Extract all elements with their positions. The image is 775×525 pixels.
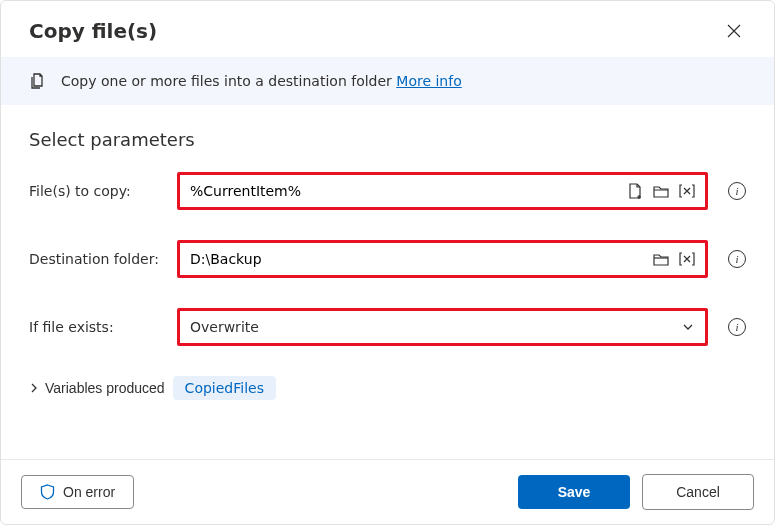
info-text-content: Copy one or more files into a destinatio… bbox=[61, 73, 396, 89]
save-button[interactable]: Save bbox=[518, 475, 630, 509]
on-error-label: On error bbox=[63, 484, 115, 500]
variable-icon[interactable] bbox=[677, 249, 697, 269]
ifexists-value: Overwrite bbox=[190, 319, 259, 335]
ifexists-label: If file exists: bbox=[29, 319, 169, 335]
files-info-icon[interactable]: i bbox=[728, 182, 746, 200]
variable-icon[interactable] bbox=[677, 181, 697, 201]
dialog-title: Copy file(s) bbox=[29, 19, 157, 43]
files-field bbox=[177, 172, 708, 210]
cancel-button[interactable]: Cancel bbox=[642, 474, 754, 510]
files-label: File(s) to copy: bbox=[29, 183, 169, 199]
dest-field-icons bbox=[651, 249, 705, 269]
dialog-header: Copy file(s) bbox=[1, 1, 774, 57]
close-icon bbox=[727, 24, 741, 38]
variable-badge[interactable]: CopiedFiles bbox=[173, 376, 276, 400]
shield-icon bbox=[40, 484, 55, 500]
files-input[interactable] bbox=[180, 175, 625, 207]
folder-picker-icon[interactable] bbox=[651, 249, 671, 269]
ifexists-select[interactable]: Overwrite bbox=[177, 308, 708, 346]
dest-field bbox=[177, 240, 708, 278]
chevron-down-icon bbox=[681, 320, 695, 334]
copy-files-icon bbox=[29, 71, 49, 91]
info-strip: Copy one or more files into a destinatio… bbox=[1, 57, 774, 105]
dest-label: Destination folder: bbox=[29, 251, 169, 267]
folder-picker-icon[interactable] bbox=[651, 181, 671, 201]
param-row-ifexists: If file exists: Overwrite i bbox=[29, 308, 746, 346]
on-error-button[interactable]: On error bbox=[21, 475, 134, 509]
ifexists-info-icon[interactable]: i bbox=[728, 318, 746, 336]
dialog-body: Select parameters File(s) to copy: bbox=[1, 105, 774, 459]
copy-files-dialog: Copy file(s) Copy one or more files into… bbox=[0, 0, 775, 525]
info-text: Copy one or more files into a destinatio… bbox=[61, 73, 462, 89]
section-title: Select parameters bbox=[29, 129, 746, 150]
close-button[interactable] bbox=[718, 15, 750, 47]
param-row-dest: Destination folder: i bbox=[29, 240, 746, 278]
param-row-files: File(s) to copy: i bbox=[29, 172, 746, 210]
file-picker-icon[interactable] bbox=[625, 181, 645, 201]
variables-produced-label: Variables produced bbox=[45, 380, 165, 396]
dialog-footer: On error Save Cancel bbox=[1, 459, 774, 524]
files-field-icons bbox=[625, 181, 705, 201]
dest-info-icon[interactable]: i bbox=[728, 250, 746, 268]
more-info-link[interactable]: More info bbox=[396, 73, 461, 89]
dest-input[interactable] bbox=[180, 243, 651, 275]
variables-produced-toggle[interactable]: Variables produced bbox=[29, 380, 165, 396]
chevron-right-icon bbox=[29, 383, 39, 393]
variables-produced-row: Variables produced CopiedFiles bbox=[29, 376, 746, 400]
